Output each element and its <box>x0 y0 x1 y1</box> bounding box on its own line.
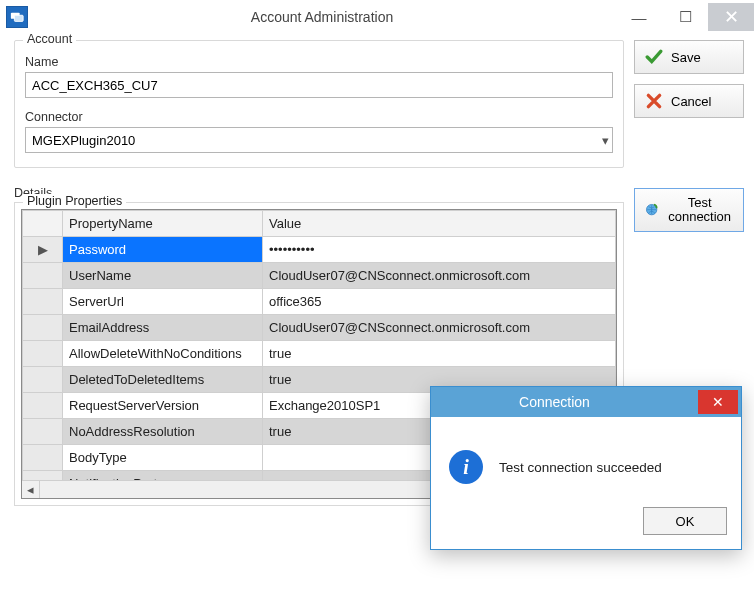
dialog-message: Test connection succeeded <box>499 460 662 475</box>
row-header-cell[interactable] <box>23 315 63 341</box>
table-row[interactable]: ServerUrloffice365 <box>23 289 616 315</box>
property-name-cell[interactable]: DeletedToDeletedItems <box>63 367 263 393</box>
table-row[interactable]: AllowDeleteWithNoConditionstrue <box>23 341 616 367</box>
property-name-cell[interactable]: AllowDeleteWithNoConditions <box>63 341 263 367</box>
test-connection-button[interactable]: Test connection <box>634 188 744 232</box>
property-name-cell[interactable]: UserName <box>63 263 263 289</box>
app-icon <box>6 6 28 28</box>
name-input[interactable] <box>25 72 613 98</box>
window-title: Account Administration <box>28 9 616 25</box>
col-propertyname[interactable]: PropertyName <box>63 211 263 237</box>
info-icon: i <box>449 450 483 484</box>
cancel-label: Cancel <box>671 94 711 109</box>
connection-dialog: Connection ✕ i Test connection succeeded… <box>430 386 742 550</box>
scroll-left-icon[interactable]: ◂ <box>22 481 40 499</box>
svg-rect-1 <box>14 15 23 21</box>
property-name-cell[interactable]: ServerUrl <box>63 289 263 315</box>
property-name-cell[interactable]: Password <box>63 237 263 263</box>
property-value-cell[interactable]: •••••••••• <box>263 237 616 263</box>
row-header-cell[interactable] <box>23 393 63 419</box>
test-connection-label: Test connection <box>666 196 733 225</box>
name-label: Name <box>25 55 613 69</box>
row-header-cell[interactable] <box>23 471 63 481</box>
property-name-cell[interactable]: NotificationPort <box>63 471 263 481</box>
row-header-cell[interactable] <box>23 263 63 289</box>
globe-refresh-icon <box>645 201 658 219</box>
dialog-close-button[interactable]: ✕ <box>698 390 738 414</box>
minimize-button[interactable]: — <box>616 3 662 31</box>
table-row[interactable]: EmailAddressCloudUser07@CNSconnect.onmic… <box>23 315 616 341</box>
save-button[interactable]: Save <box>634 40 744 74</box>
close-button[interactable]: ✕ <box>708 3 754 31</box>
check-icon <box>645 48 663 66</box>
connector-label: Connector <box>25 110 613 124</box>
property-name-cell[interactable]: RequestServerVersion <box>63 393 263 419</box>
property-value-cell[interactable]: CloudUser07@CNSconnect.onmicrosoft.com <box>263 315 616 341</box>
table-row[interactable]: UserNameCloudUser07@CNSconnect.onmicroso… <box>23 263 616 289</box>
row-header-cell[interactable] <box>23 445 63 471</box>
property-name-cell[interactable]: EmailAddress <box>63 315 263 341</box>
row-header-cell[interactable] <box>23 419 63 445</box>
account-group: Account Name Connector ▾ <box>14 40 624 168</box>
property-name-cell[interactable]: BodyType <box>63 445 263 471</box>
property-value-cell[interactable]: office365 <box>263 289 616 315</box>
titlebar: Account Administration — ☐ ✕ <box>0 0 754 34</box>
row-header-cell[interactable] <box>23 289 63 315</box>
property-value-cell[interactable]: CloudUser07@CNSconnect.onmicrosoft.com <box>263 263 616 289</box>
col-value[interactable]: Value <box>263 211 616 237</box>
table-row[interactable]: ▶Password•••••••••• <box>23 237 616 263</box>
property-value-cell[interactable]: true <box>263 341 616 367</box>
col-rowheader[interactable] <box>23 211 63 237</box>
row-header-cell[interactable] <box>23 341 63 367</box>
window-controls: — ☐ ✕ <box>616 3 754 31</box>
maximize-button[interactable]: ☐ <box>662 3 708 31</box>
property-name-cell[interactable]: NoAddressResolution <box>63 419 263 445</box>
row-header-cell[interactable] <box>23 367 63 393</box>
row-header-cell[interactable]: ▶ <box>23 237 63 263</box>
connector-select[interactable] <box>25 127 613 153</box>
dialog-titlebar: Connection ✕ <box>431 387 741 417</box>
dialog-title: Connection <box>441 394 698 410</box>
plugin-legend: Plugin Properties <box>23 194 126 208</box>
account-legend: Account <box>23 32 76 46</box>
cancel-icon <box>645 92 663 110</box>
save-label: Save <box>671 50 701 65</box>
dialog-ok-button[interactable]: OK <box>643 507 727 535</box>
cancel-button[interactable]: Cancel <box>634 84 744 118</box>
